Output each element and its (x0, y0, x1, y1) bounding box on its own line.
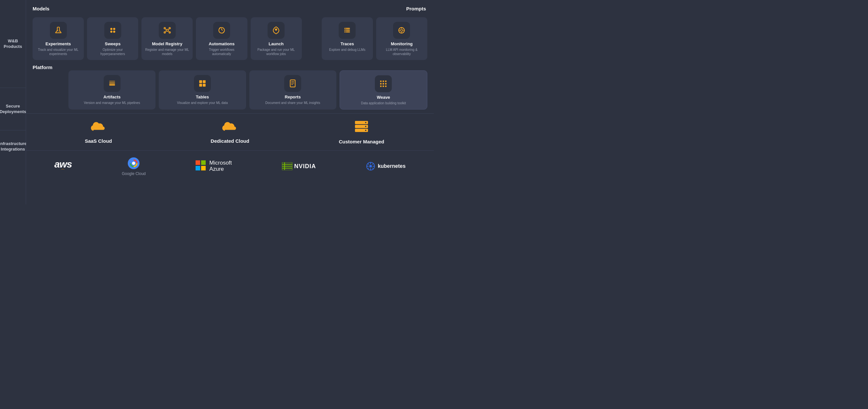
svg-rect-30 (109, 84, 115, 85)
card-sweeps[interactable]: Sweeps Optimize your hyperparameters (87, 17, 138, 60)
svg-line-71 (372, 163, 374, 165)
svg-line-70 (372, 168, 374, 169)
card-experiments[interactable]: Experiments Track and visualize your ML … (33, 17, 84, 60)
svg-point-64 (369, 165, 372, 167)
monitoring-desc: LLM API monitoring & observability (379, 48, 424, 56)
svg-point-54 (365, 126, 366, 127)
launch-desc: Package and run your ML workflow jobs (254, 48, 299, 56)
k8s-icon (366, 162, 375, 171)
deploy-dedicated: Dedicated Cloud (205, 120, 254, 144)
svg-rect-42 (383, 81, 384, 82)
svg-line-69 (368, 163, 369, 165)
sidebar-products: W&BProducts (0, 0, 26, 88)
svg-point-53 (365, 122, 366, 123)
reports-icon-circle (284, 75, 301, 92)
svg-rect-20 (344, 31, 350, 32)
svg-point-4 (113, 28, 115, 30)
card-tables[interactable]: Tables Visualize and explore your ML dat… (159, 70, 246, 109)
artifacts-title: Artifacts (103, 95, 121, 99)
nvidia-text: NVIDIA (294, 163, 316, 170)
sidebar-products-label: W&BProducts (4, 38, 22, 50)
svg-rect-19 (344, 30, 350, 31)
traces-desc: Explore and debug LLMs (329, 48, 365, 52)
svg-rect-32 (109, 81, 115, 82)
weave-title: Weave (377, 95, 390, 100)
svg-point-6 (113, 31, 115, 33)
monitoring-icon-circle (393, 22, 410, 39)
artifacts-icon-circle (104, 75, 121, 92)
svg-rect-61 (201, 166, 206, 170)
svg-rect-18 (344, 28, 350, 29)
svg-rect-35 (199, 84, 202, 87)
reports-title: Reports (285, 95, 301, 99)
svg-rect-43 (385, 81, 386, 82)
svg-point-25 (401, 29, 403, 32)
sidebar-integrations: InfrastructureIntegrations (0, 130, 26, 163)
card-automations[interactable]: Automations Trigger workflows automatica… (196, 17, 247, 60)
card-monitoring[interactable]: Monitoring LLM API monitoring & observab… (376, 17, 427, 60)
dedicated-label: Dedicated Cloud (211, 138, 249, 144)
svg-point-1 (57, 30, 58, 31)
products-section: Models Prompts Experiments Track and vis… (26, 0, 434, 114)
svg-point-11 (169, 32, 170, 33)
k8s-text: kubernetes (378, 163, 405, 169)
platform-section: Platform Artifacts Version and manage yo… (33, 65, 427, 109)
aws-text: aws (55, 159, 72, 169)
svg-point-8 (164, 27, 165, 29)
svg-line-72 (368, 168, 369, 169)
launch-title: Launch (269, 41, 284, 46)
svg-point-9 (169, 27, 170, 29)
card-model-registry[interactable]: Model Registry Register and manage your … (142, 17, 193, 60)
sidebar-deployments: SecureDeployments (0, 88, 26, 130)
kubernetes-integration: kubernetes (366, 162, 405, 171)
msft-label1: Microsoft (209, 160, 232, 166)
svg-point-23 (345, 32, 346, 32)
deploy-items: SaaS Cloud Dedicated Cloud (33, 120, 427, 145)
card-launch[interactable]: Launch Package and run your ML workflow … (251, 17, 302, 60)
model-registry-icon-circle (159, 22, 176, 39)
automations-title: Automations (209, 41, 235, 46)
model-registry-desc: Register and manage your ML models (145, 48, 189, 56)
svg-rect-60 (195, 166, 200, 170)
deploy-customer: Customer Managed (337, 120, 386, 145)
experiments-desc: Track and visualize your ML experiments (36, 48, 81, 56)
traces-title: Traces (341, 41, 354, 46)
msft-icon (195, 160, 206, 172)
svg-rect-33 (199, 80, 202, 83)
svg-rect-46 (385, 83, 386, 85)
svg-point-22 (345, 30, 346, 30)
svg-rect-49 (385, 85, 386, 87)
svg-point-5 (110, 31, 113, 33)
sidebar: W&BProducts SecureDeployments Infrastruc… (0, 0, 26, 204)
svg-line-13 (168, 29, 169, 30)
saas-cloud-icon (90, 120, 106, 135)
monitoring-title: Monitoring (391, 41, 413, 46)
sidebar-integrations-label: InfrastructureIntegrations (0, 141, 27, 152)
launch-icon-circle (268, 22, 284, 39)
reports-desc: Document and share your ML insights (265, 101, 320, 105)
svg-point-7 (166, 29, 168, 32)
customer-label: Customer Managed (339, 139, 384, 145)
svg-point-21 (345, 28, 346, 29)
saas-label: SaaS Cloud (85, 138, 112, 144)
svg-rect-41 (380, 81, 382, 82)
card-weave[interactable]: Weave Data application building toolkit (340, 70, 427, 109)
svg-point-2 (59, 31, 59, 32)
msft-label2: Azure (209, 166, 232, 172)
main-layout: W&BProducts SecureDeployments Infrastruc… (0, 0, 434, 204)
card-traces[interactable]: Traces Explore and debug LLMs (322, 17, 373, 60)
platform-label: Platform (33, 65, 53, 70)
azure-integration: Microsoft Azure (195, 160, 232, 172)
dedicated-cloud-icon (222, 120, 238, 135)
card-reports[interactable]: Reports Document and share your ML insig… (249, 70, 336, 109)
sweeps-desc: Optimize your hyperparameters (90, 48, 135, 56)
integration-items: aws ⌒ Google Cloud M (33, 156, 427, 176)
integrations-section: aws ⌒ Google Cloud M (26, 151, 434, 182)
artifacts-desc: Version and manage your ML pipelines (84, 101, 140, 105)
nvidia-integration: NVIDIA (282, 162, 316, 170)
nvidia-icon (282, 162, 292, 170)
svg-rect-36 (203, 84, 206, 87)
gcloud-text: Google Cloud (122, 171, 146, 176)
card-artifacts[interactable]: Artifacts Version and manage your ML pip… (68, 70, 155, 109)
svg-line-14 (165, 31, 166, 32)
